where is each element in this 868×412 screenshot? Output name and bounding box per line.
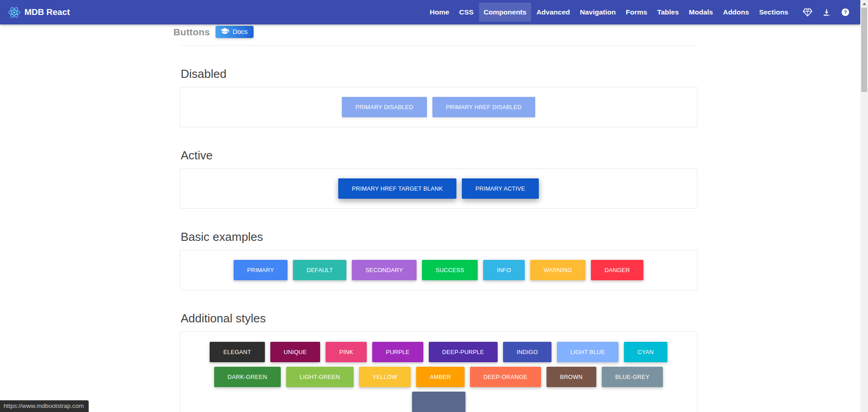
button-row: PRIMARYDEFAULTSECONDARYSUCCESSINFOWARNIN… [185,258,692,282]
header-divider [180,45,697,46]
button-row: PRIMARY HREF TARGET BLANKPRIMARY ACTIVE [185,177,692,201]
section-heading-basic: Basic examples [180,230,697,244]
button-danger[interactable]: DANGER [591,260,643,280]
button-dark-green[interactable]: DARK-GREEN [214,367,281,387]
navbar: MDB React HomeCSSComponentsAdvancedNavig… [0,0,860,24]
button-primary-href-disabled[interactable]: PRIMARY HREF DISABLED [432,97,535,117]
nav-item-navigation[interactable]: Navigation [575,3,620,22]
example-card-additional: ELEGANTUNIQUEPINKPURPLEDEEP-PURPLEINDIGO… [180,331,697,412]
example-card-basic: PRIMARYDEFAULTSECONDARYSUCCESSINFOWARNIN… [180,250,697,290]
button-brown[interactable]: BROWN [547,367,596,387]
nav-item-css[interactable]: CSS [455,3,478,22]
button-purple[interactable]: PURPLE [372,342,423,362]
content-container: Buttons Docs DisabledPRIMARY DISABLEDPRI… [180,0,697,412]
button-yellow[interactable]: YELLOW [359,367,411,387]
button-cyan[interactable]: CYAN [624,342,667,362]
button-primary-href-target-blank[interactable]: PRIMARY HREF TARGET BLANK [338,178,456,199]
section-additional: Additional stylesELEGANTUNIQUEPINKPURPLE… [180,311,697,412]
browser-viewport: MDB React HomeCSSComponentsAdvancedNavig… [0,0,868,412]
nav-item-modals[interactable]: Modals [684,3,717,22]
docs-button-label: Docs [233,28,248,35]
page-title: Buttons [173,27,210,38]
section-disabled: DisabledPRIMARY DISABLEDPRIMARY HREF DIS… [180,67,697,127]
button-deep-purple[interactable]: DEEP-PURPLE [429,342,498,362]
example-card-active: PRIMARY HREF TARGET BLANKPRIMARY ACTIVE [180,168,697,209]
sections-wrapper: DisabledPRIMARY DISABLEDPRIMARY HREF DIS… [180,67,697,412]
brand-label: MDB React [24,7,70,17]
button-amber[interactable]: AMBER [416,367,465,387]
button-row: PRIMARY DISABLEDPRIMARY HREF DISABLED [185,95,692,119]
button-primary-active[interactable]: PRIMARY ACTIVE [462,178,539,199]
button-row: ELEGANTUNIQUEPINKPURPLEDEEP-PURPLEINDIGO… [185,340,692,364]
brand-link[interactable]: MDB React [8,6,70,19]
button-default[interactable]: DEFAULT [293,260,346,280]
button-success[interactable]: SUCCESS [422,260,478,280]
nav-item-advanced[interactable]: Advanced [532,3,575,22]
button-partial[interactable] [412,392,465,412]
help-circle-icon[interactable]: ? [837,3,854,22]
button-primary[interactable]: PRIMARY [234,260,288,280]
button-light-blue[interactable]: LIGHT BLUE [557,342,619,362]
section-heading-disabled: Disabled [180,67,697,81]
button-primary-disabled[interactable]: PRIMARY DISABLED [342,97,427,117]
navbar-menu: HomeCSSComponentsAdvancedNavigationForms… [425,0,793,24]
scrollbar[interactable] [860,0,868,412]
svg-text:?: ? [844,9,847,15]
button-elegant[interactable]: ELEGANT [210,342,264,362]
nav-item-components[interactable]: Components [479,3,531,22]
button-deep-orange[interactable]: DEEP-ORANGE [470,367,541,387]
button-light-green[interactable]: LIGHT-GREEN [286,367,354,387]
scrollbar-up-arrow[interactable] [860,0,868,8]
navbar-action-icons: ? [799,3,854,22]
example-card-disabled: PRIMARY DISABLEDPRIMARY HREF DISABLED [180,87,697,127]
docs-button[interactable]: Docs [216,26,254,38]
button-info[interactable]: INFO [483,260,524,280]
link-status-bubble: https://www.mdbootstrap.com [0,400,89,412]
button-row: DARK-GREENLIGHT-GREENYELLOWAMBERDEEP-ORA… [185,364,692,389]
section-active: ActivePRIMARY HREF TARGET BLANKPRIMARY A… [180,149,697,209]
react-logo-icon [8,6,20,19]
gem-icon[interactable] [799,3,816,22]
main-content: Buttons Docs DisabledPRIMARY DISABLEDPRI… [0,0,868,412]
nav-item-tables[interactable]: Tables [652,3,683,22]
section-heading-additional: Additional styles [180,311,697,326]
button-indigo[interactable]: INDIGO [503,342,551,362]
nav-item-forms[interactable]: Forms [621,3,652,22]
nav-item-sections[interactable]: Sections [754,3,793,22]
download-icon[interactable] [818,3,835,22]
section-heading-active: Active [180,149,697,163]
graduation-cap-icon [221,28,229,36]
button-unique[interactable]: UNIQUE [270,342,321,362]
button-warning[interactable]: WARNING [530,260,586,280]
button-blue-grey[interactable]: BLUE-GREY [602,367,663,387]
nav-item-home[interactable]: Home [425,3,454,22]
button-pink[interactable]: PINK [326,342,367,362]
scrollbar-thumb[interactable] [861,8,867,92]
button-secondary[interactable]: SECONDARY [352,260,417,280]
button-row [185,389,692,412]
nav-item-addons[interactable]: Addons [719,3,754,22]
section-basic: Basic examplesPRIMARYDEFAULTSECONDARYSUC… [180,230,697,290]
